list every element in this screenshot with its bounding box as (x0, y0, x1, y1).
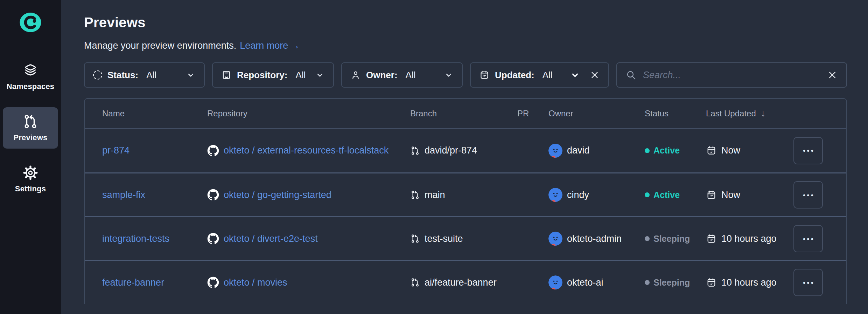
column-header-status[interactable]: Status (645, 109, 706, 118)
owner-name: okteto-admin (567, 233, 622, 244)
main-content: Previews Manage your preview environment… (61, 0, 868, 304)
row-menu-button[interactable]: ••• (793, 181, 823, 209)
column-header-repository[interactable]: Repository (207, 109, 410, 118)
person-icon (350, 70, 361, 80)
learn-more-link[interactable]: Learn more→ (240, 40, 300, 51)
search-box (616, 62, 847, 88)
sidebar-item-label: Namespaces (7, 82, 55, 91)
branch-name: david/pr-874 (425, 145, 477, 156)
status-dot-icon (645, 148, 650, 153)
last-updated-value: Now (721, 190, 740, 200)
owner-name: cindy (567, 190, 589, 200)
okteto-logo-icon[interactable] (20, 13, 41, 32)
page-title: Previews (84, 15, 847, 30)
row-menu-button[interactable]: ••• (793, 269, 823, 296)
git-branch-icon (410, 234, 420, 244)
updated-filter-dropdown[interactable]: Updated: All (470, 62, 609, 88)
owner-name: david (567, 145, 590, 156)
repository-link[interactable]: okteto / go-getting-started (224, 190, 331, 200)
preview-name-link[interactable]: sample-fix (102, 190, 145, 200)
status-label: Active (653, 190, 680, 200)
table-row: integration-tests okteto / divert-e2e-te… (85, 216, 846, 260)
clear-search-icon[interactable] (827, 69, 838, 81)
status-badge: Sleeping (645, 234, 690, 244)
calendar-icon (706, 190, 717, 200)
sidebar-item-previews[interactable]: Previews (3, 107, 58, 149)
owner-filter-dropdown[interactable]: Owner: All (341, 62, 463, 88)
search-icon (625, 69, 637, 81)
calendar-icon (479, 70, 490, 80)
chevron-down-icon (570, 70, 580, 80)
repository-link[interactable]: okteto / external-resources-tf-localstac… (224, 145, 388, 156)
sidebar-item-namespaces[interactable]: Namespaces (3, 56, 58, 97)
pull-request-icon (22, 114, 38, 130)
calendar-icon (706, 233, 717, 244)
github-icon (207, 233, 219, 245)
clear-updated-filter-icon[interactable] (589, 70, 600, 80)
calendar-icon (706, 145, 717, 156)
chevron-down-icon (186, 70, 196, 80)
status-label: Active (653, 145, 680, 156)
sidebar-item-label: Previews (13, 133, 47, 142)
git-branch-icon (410, 278, 420, 287)
table-row: pr-874 okteto / external-resources-tf-lo… (85, 129, 846, 172)
git-branch-icon (410, 190, 420, 200)
repository-link[interactable]: okteto / divert-e2e-test (224, 233, 318, 244)
layers-icon (22, 62, 38, 78)
search-input[interactable] (643, 70, 820, 81)
column-header-pr[interactable]: PR (508, 109, 548, 118)
sort-desc-icon[interactable]: ↓ (761, 108, 765, 119)
table-row: sample-fix okteto / go-getting-started (85, 172, 846, 216)
row-menu-button[interactable]: ••• (793, 137, 823, 164)
filter-bar: Status: All Repository: All (84, 62, 847, 88)
status-label: Sleeping (653, 234, 690, 244)
preview-name-link[interactable]: feature-banner (102, 277, 164, 288)
column-header-last-updated[interactable]: Last Updated ↓ (706, 108, 793, 119)
sidebar-nav: Namespaces Previews (0, 56, 61, 200)
status-dot-icon (645, 192, 650, 197)
arrow-right-icon: → (290, 40, 300, 51)
owner-avatar (548, 232, 562, 246)
github-icon (207, 145, 219, 157)
last-updated-value: 10 hours ago (721, 233, 777, 244)
status-dot-icon (645, 280, 650, 285)
dashed-circle-icon (93, 70, 102, 80)
status-badge: Active (645, 145, 680, 156)
github-icon (207, 189, 219, 201)
owner-avatar (548, 275, 562, 289)
last-updated-value: 10 hours ago (721, 277, 777, 288)
branch-name: test-suite (425, 233, 463, 244)
repository-link[interactable]: okteto / movies (224, 277, 287, 288)
status-dot-icon (645, 236, 650, 241)
row-menu-button[interactable]: ••• (793, 225, 823, 252)
page-subtitle: Manage your preview environments. Learn … (84, 40, 847, 51)
table-header-row: Name Repository Branch PR Owner Status L… (85, 99, 846, 129)
status-badge: Sleeping (645, 278, 690, 288)
gear-icon (22, 165, 38, 181)
status-filter-dropdown[interactable]: Status: All (84, 62, 205, 88)
table-body: pr-874 okteto / external-resources-tf-lo… (85, 129, 846, 304)
owner-avatar (548, 188, 562, 202)
subtitle-text: Manage your preview environments. (84, 40, 236, 51)
owner-name: okteto-ai (567, 277, 603, 288)
status-badge: Active (645, 190, 680, 200)
column-header-name[interactable]: Name (102, 109, 207, 118)
branch-name: main (425, 190, 445, 200)
preview-name-link[interactable]: pr-874 (102, 145, 130, 156)
preview-name-link[interactable]: integration-tests (102, 233, 169, 244)
github-icon (207, 277, 219, 288)
git-branch-icon (410, 146, 420, 156)
sidebar: Namespaces Previews (0, 0, 61, 314)
column-header-owner[interactable]: Owner (548, 109, 645, 118)
last-updated-value: Now (721, 145, 740, 156)
branch-name: ai/feature-banner (425, 277, 497, 288)
repo-icon (221, 70, 232, 80)
status-label: Sleeping (653, 278, 690, 288)
chevron-down-icon (315, 70, 325, 80)
owner-avatar (548, 144, 562, 158)
sidebar-item-settings[interactable]: Settings (3, 158, 58, 200)
repository-filter-dropdown[interactable]: Repository: All (212, 62, 334, 88)
table-row: feature-banner okteto / movies (85, 260, 846, 304)
column-header-branch[interactable]: Branch (410, 109, 508, 118)
calendar-icon (706, 277, 717, 288)
